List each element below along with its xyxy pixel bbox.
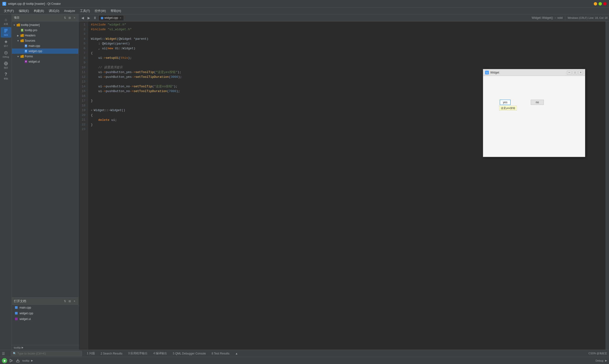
status-tab-dropdown[interactable]: ▲ — [234, 352, 239, 355]
doc-icon-main — [15, 306, 18, 309]
tree-item-forms[interactable]: ▼ Forms — [12, 54, 78, 59]
status-tab-tests[interactable]: 8 Test Results — [210, 352, 230, 355]
open-docs-expand-button[interactable]: ⊞ — [68, 299, 72, 303]
menu-analyze[interactable]: Analyze — [62, 8, 77, 13]
tooltip-label: tooltip ▶ — [12, 345, 78, 350]
debug-bar: ▶ tooltip ▶ Debug ▶ — [0, 357, 609, 364]
nav-forward-button[interactable]: ▶ — [86, 15, 91, 20]
tree-item-main-cpp[interactable]: main.cpp — [12, 43, 78, 49]
build-button[interactable] — [15, 358, 20, 363]
run-controls: ▶ — [2, 358, 20, 363]
yes-button[interactable]: yes — [500, 100, 510, 105]
status-tab-search[interactable]: 2 Search Results — [100, 352, 123, 355]
project-tree: ▼ tooltip [master] — [12, 21, 78, 297]
open-doc-main-cpp[interactable]: main.cpp — [12, 305, 78, 311]
widget-close-button[interactable]: × — [578, 71, 583, 75]
folder-icon — [16, 23, 20, 27]
menu-controls[interactable]: 控件(W) — [93, 8, 108, 14]
tree-item-sources[interactable]: ▼ Sources — [12, 38, 78, 43]
status-bar: ☰ 🔍 1 问题 2 Search Results 3 应用程序输出 4 编译输… — [0, 350, 609, 357]
main-layout: ⌂ 欢迎 编辑 ◈ 设计 — [0, 14, 609, 350]
tree-item-widget-ui[interactable]: widget.ui — [12, 59, 78, 64]
doc-label-main: main.cpp — [20, 306, 31, 309]
menu-build[interactable]: 构建(B) — [32, 8, 46, 14]
open-doc-widget-cpp[interactable]: widget.cpp — [12, 311, 78, 316]
edit-icon — [4, 28, 8, 33]
tree-item-pro[interactable]: tooltip.pro — [12, 28, 78, 33]
sidebar-item-project[interactable]: 项目 — [1, 60, 11, 70]
tree-label-headers: Headers — [25, 34, 36, 37]
sidebar-item-help[interactable]: ? 帮助 — [1, 71, 11, 81]
status-panel-toggle[interactable]: ☰ — [2, 352, 5, 355]
status-tab-compile[interactable]: 4 编译输出 — [152, 351, 168, 355]
menu-edit[interactable]: 编辑(E) — [17, 8, 31, 14]
search-icon: 🔍 — [13, 352, 16, 355]
status-search-bar[interactable]: 🔍 — [11, 351, 82, 356]
title-bar-text: widget.cpp @ tooltip [master] - Qt Creat… — [8, 2, 594, 5]
project-filter-button[interactable]: ⇅ — [63, 16, 67, 20]
debug-kit-label: tooltip — [22, 359, 29, 362]
open-docs-title: 打开文档 — [14, 299, 26, 303]
debug-status: Debug — [596, 359, 603, 362]
svg-rect-26 — [15, 318, 18, 320]
widget-app-icon: Q — [485, 71, 489, 75]
code-editor[interactable]: 1 2 3 4 5 6 7 8 9 10 11 12 13 14 15 16 1… — [78, 21, 609, 350]
stop-run-button[interactable] — [9, 358, 14, 363]
tab-close-button[interactable]: × — [119, 16, 122, 19]
svg-rect-3 — [4, 32, 6, 32]
debug-kit-arrow: ▶ — [31, 359, 33, 362]
widget-title-text: Widget — [490, 71, 567, 74]
tree-label-forms: Forms — [25, 55, 33, 58]
open-doc-widget-ui[interactable]: widget.ui — [12, 316, 78, 322]
widget-body: yes no 这是yes按钮 — [483, 76, 585, 157]
app-icon: Q — [2, 2, 6, 6]
sidebar-label-debug: Debug — [3, 56, 9, 58]
file-pro-icon — [20, 28, 24, 32]
breadcrumb-function: Widget::Widget() → void — [532, 16, 563, 20]
close-button[interactable]: × — [603, 2, 607, 5]
menu-debug[interactable]: 调试(D) — [47, 8, 61, 14]
folder-headers-icon — [20, 34, 24, 37]
project-close-button[interactable]: × — [73, 16, 76, 20]
no-button[interactable]: no — [531, 100, 544, 105]
editor-tab-widget-cpp[interactable]: widget.cpp × — [99, 15, 124, 20]
sidebar-label-help: 帮助 — [4, 77, 8, 80]
sidebar-item-debug[interactable]: Debug — [1, 49, 11, 59]
widget-minimize-button[interactable]: ─ — [567, 71, 572, 75]
widget-maximize-button[interactable]: □ — [573, 71, 577, 75]
open-docs-close-button[interactable]: × — [73, 299, 76, 303]
doc-icon-widget — [15, 312, 18, 315]
tree-arrow-empty — [17, 29, 20, 32]
tree-item-headers[interactable]: ▶ Headers — [12, 33, 78, 38]
status-tab-qml[interactable]: 5 QML Debugger Console — [172, 352, 207, 355]
editor-tabs: widget.cpp × — [99, 15, 124, 20]
sidebar-label-project: 项目 — [4, 66, 8, 69]
minimize-button[interactable]: ─ — [594, 2, 597, 5]
nav-stop-button[interactable]: ⏸ — [92, 15, 98, 20]
sidebar-item-welcome[interactable]: ⌂ 欢迎 — [1, 16, 11, 27]
maximize-button[interactable]: □ — [598, 2, 602, 5]
menu-help[interactable]: 帮助(H) — [109, 8, 123, 14]
title-bar: Q widget.cpp @ tooltip [master] - Qt Cre… — [0, 0, 609, 8]
tree-item-widget-cpp[interactable]: widget.cpp — [12, 49, 78, 54]
status-tab-app-output[interactable]: 3 应用程序输出 — [127, 351, 148, 355]
nav-back-button[interactable]: ◀ — [80, 15, 85, 20]
editor-scrollbar[interactable] — [606, 21, 609, 350]
debug-status-arrow: ▶ — [605, 359, 607, 362]
doc-icon-ui — [15, 317, 18, 321]
tree-item-root[interactable]: ▼ tooltip [master] — [12, 22, 78, 28]
sidebar-item-design[interactable]: ◈ 设计 — [1, 38, 11, 49]
sidebar-item-edit[interactable]: 编辑 — [1, 27, 11, 38]
svg-rect-30 — [16, 361, 19, 362]
menu-tools[interactable]: 工具(T) — [78, 8, 92, 14]
tree-arrow-forms: ▼ — [17, 55, 20, 58]
project-expand-button[interactable]: ⊞ — [68, 16, 72, 20]
menu-file[interactable]: 文件(F) — [2, 8, 16, 14]
run-button[interactable]: ▶ — [2, 358, 7, 363]
search-input[interactable] — [17, 352, 80, 355]
separator — [565, 15, 565, 20]
open-docs-sort-button[interactable]: ⇅ — [63, 299, 67, 303]
file-widget-ui-icon — [24, 60, 28, 64]
status-tab-issues[interactable]: 1 问题 — [86, 351, 96, 355]
breadcrumb-bar: Widget::Widget() → void — [532, 16, 563, 20]
